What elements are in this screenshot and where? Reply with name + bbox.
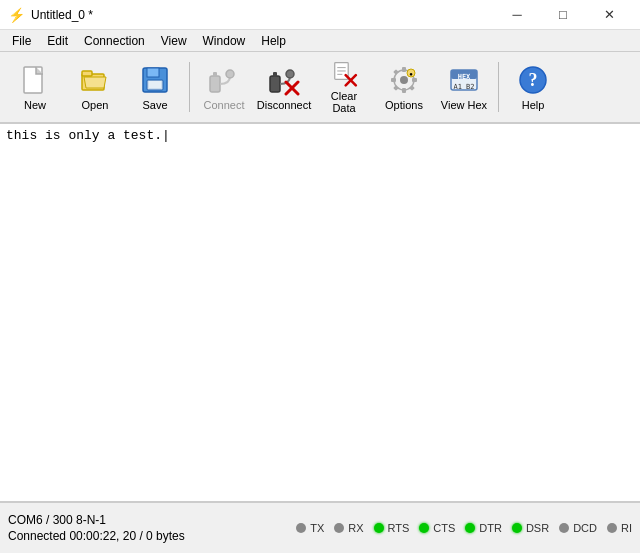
menu-file[interactable]: File	[4, 32, 39, 50]
save-icon	[139, 64, 171, 96]
new-label: New	[24, 99, 46, 111]
content-area: this is only a test.|	[0, 124, 640, 501]
dsr-label: DSR	[526, 522, 549, 534]
open-icon	[79, 64, 111, 96]
dtr-label: DTR	[479, 522, 502, 534]
title-text: Untitled_0 *	[31, 8, 93, 22]
menu-view[interactable]: View	[153, 32, 195, 50]
disconnect-label: Disconnect	[257, 99, 311, 111]
status-line1: COM6 / 300 8-N-1	[8, 513, 296, 527]
rts-led	[374, 523, 384, 533]
options-label: Options	[385, 99, 423, 111]
status-bar: COM6 / 300 8-N-1 Connected 00:00:22, 20 …	[0, 501, 640, 553]
svg-text:A1 B2: A1 B2	[453, 83, 474, 91]
svg-rect-2	[82, 71, 92, 76]
status-line2: Connected 00:00:22, 20 / 0 bytes	[8, 529, 296, 543]
title-left: ⚡ Untitled_0 *	[8, 7, 93, 23]
disconnect-icon	[268, 64, 300, 96]
menu-connection[interactable]: Connection	[76, 32, 153, 50]
rts-group: RTS	[374, 522, 410, 534]
new-icon	[19, 64, 51, 96]
help-icon: ?	[517, 64, 549, 96]
svg-rect-4	[147, 68, 159, 77]
menu-help[interactable]: Help	[253, 32, 294, 50]
tx-led	[296, 523, 306, 533]
svg-text:?: ?	[529, 70, 538, 90]
view-hex-icon: HEX A1 B2	[448, 64, 480, 96]
close-button[interactable]: ✕	[586, 0, 632, 30]
dtr-group: DTR	[465, 522, 502, 534]
connect-button: Connect	[195, 55, 253, 119]
svg-rect-26	[412, 78, 417, 82]
clear-data-icon	[328, 60, 360, 87]
connect-label: Connect	[204, 99, 245, 111]
toolbar: New Open Save Connect	[0, 52, 640, 124]
svg-rect-10	[270, 76, 280, 92]
svg-text:HEX: HEX	[458, 73, 471, 81]
options-icon: ●	[388, 64, 420, 96]
menu-window[interactable]: Window	[195, 32, 254, 50]
dcd-label: DCD	[573, 522, 597, 534]
save-label: Save	[142, 99, 167, 111]
menu-edit[interactable]: Edit	[39, 32, 76, 50]
app-icon: ⚡	[8, 7, 25, 23]
svg-point-22	[400, 76, 408, 84]
help-label: Help	[522, 99, 545, 111]
dcd-led	[559, 523, 569, 533]
new-button[interactable]: New	[6, 55, 64, 119]
dsr-led	[512, 523, 522, 533]
help-button[interactable]: ? Help	[504, 55, 562, 119]
dsr-group: DSR	[512, 522, 549, 534]
clear-data-button[interactable]: Clear Data	[315, 55, 373, 119]
separator-2	[498, 62, 499, 112]
menu-bar: File Edit Connection View Window Help	[0, 30, 640, 52]
ri-led	[607, 523, 617, 533]
minimize-button[interactable]: ─	[494, 0, 540, 30]
rx-led	[334, 523, 344, 533]
view-hex-label: View Hex	[441, 99, 487, 111]
options-button[interactable]: ● Options	[375, 55, 433, 119]
clear-data-label: Clear Data	[318, 90, 370, 114]
separator-1	[189, 62, 190, 112]
dcd-group: DCD	[559, 522, 597, 534]
tx-group: TX	[296, 522, 324, 534]
dtr-led	[465, 523, 475, 533]
title-controls: ─ □ ✕	[494, 0, 632, 30]
status-right: TX RX RTS CTS DTR DSR DCD RI	[296, 522, 632, 534]
cts-label: CTS	[433, 522, 455, 534]
editor-content: this is only a test.|	[6, 128, 170, 143]
svg-rect-11	[273, 72, 277, 77]
svg-rect-6	[149, 81, 161, 88]
connect-icon	[208, 64, 240, 96]
open-label: Open	[82, 99, 109, 111]
editor-area[interactable]: this is only a test.|	[0, 124, 640, 501]
svg-rect-25	[391, 78, 396, 82]
cts-group: CTS	[419, 522, 455, 534]
svg-point-12	[286, 70, 294, 78]
tx-label: TX	[310, 522, 324, 534]
rts-label: RTS	[388, 522, 410, 534]
ri-group: RI	[607, 522, 632, 534]
svg-text:●: ●	[409, 71, 413, 77]
status-left: COM6 / 300 8-N-1 Connected 00:00:22, 20 …	[8, 513, 296, 543]
cts-led	[419, 523, 429, 533]
svg-rect-23	[402, 67, 406, 72]
ri-label: RI	[621, 522, 632, 534]
rx-group: RX	[334, 522, 363, 534]
title-bar: ⚡ Untitled_0 * ─ □ ✕	[0, 0, 640, 30]
svg-rect-7	[210, 76, 220, 92]
rx-label: RX	[348, 522, 363, 534]
svg-point-9	[226, 70, 234, 78]
open-button[interactable]: Open	[66, 55, 124, 119]
view-hex-button[interactable]: HEX A1 B2 View Hex	[435, 55, 493, 119]
disconnect-button[interactable]: Disconnect	[255, 55, 313, 119]
svg-rect-8	[213, 72, 217, 77]
svg-rect-24	[402, 88, 406, 93]
save-button[interactable]: Save	[126, 55, 184, 119]
maximize-button[interactable]: □	[540, 0, 586, 30]
